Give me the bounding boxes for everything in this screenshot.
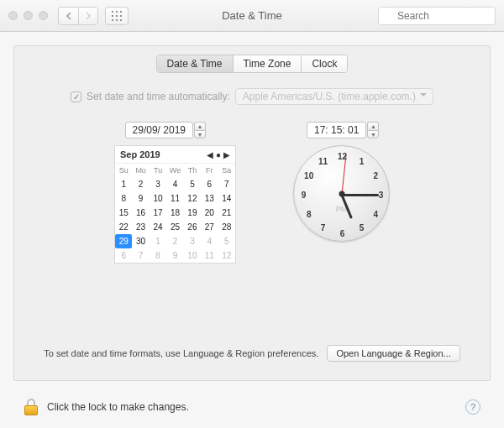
analog-clock: PM 121234567891011 xyxy=(293,145,390,242)
time-step-down[interactable]: ▼ xyxy=(367,130,379,138)
chevron-right-icon xyxy=(85,12,92,20)
calendar-day[interactable]: 1 xyxy=(150,234,166,248)
calendar-day[interactable]: 12 xyxy=(218,248,235,263)
weekday-header: Su xyxy=(115,164,132,177)
calendar-day[interactable]: 22 xyxy=(115,220,132,234)
forward-button[interactable] xyxy=(78,7,98,25)
svg-rect-0 xyxy=(112,11,113,13)
calendar-day[interactable]: 3 xyxy=(150,177,166,191)
clock-number: 12 xyxy=(338,151,347,160)
calendar-day[interactable]: 10 xyxy=(184,248,201,263)
clock-number: 5 xyxy=(360,223,365,232)
calendar-day[interactable]: 6 xyxy=(201,177,218,191)
content: Date & TimeTime ZoneClock ✓ Set date and… xyxy=(0,32,504,428)
calendar-day[interactable]: 9 xyxy=(166,248,183,263)
help-button[interactable]: ? xyxy=(465,399,480,415)
calendar-day[interactable]: 15 xyxy=(115,206,132,220)
calendar-day[interactable]: 20 xyxy=(201,206,218,220)
calendar-day[interactable]: 1 xyxy=(115,177,132,191)
zoom-dot[interactable] xyxy=(39,11,48,20)
clock-number: 9 xyxy=(302,190,307,199)
close-dot[interactable] xyxy=(8,11,18,20)
calendar-prev-icon[interactable]: ◀ xyxy=(207,150,213,159)
clock-number: 4 xyxy=(374,209,379,218)
weekday-header: Sa xyxy=(218,164,235,177)
auto-set-row: ✓ Set date and time automatically: Apple… xyxy=(14,88,490,105)
svg-rect-4 xyxy=(116,15,118,17)
open-language-region-button[interactable]: Open Language & Region... xyxy=(327,345,459,362)
auto-set-checkbox[interactable]: ✓ xyxy=(71,91,81,102)
calendar-day[interactable]: 12 xyxy=(184,191,201,206)
calendar-day[interactable]: 4 xyxy=(201,234,218,248)
date-stepper: 29/09/ 2019 ▲ ▼ xyxy=(125,122,206,138)
date-step-up[interactable]: ▲ xyxy=(194,122,206,130)
calendar-day[interactable]: 17 xyxy=(150,206,166,220)
calendar-day[interactable]: 11 xyxy=(201,248,218,263)
calendar-day[interactable]: 2 xyxy=(166,234,183,248)
calendar-day[interactable]: 6 xyxy=(115,248,132,263)
show-all-button[interactable] xyxy=(105,7,129,25)
back-button[interactable] xyxy=(58,7,78,25)
calendar-day[interactable]: 9 xyxy=(132,191,149,206)
calendar-day[interactable]: 8 xyxy=(115,191,132,206)
calendar-day[interactable]: 14 xyxy=(218,191,235,206)
weekday-header: Fr xyxy=(201,164,218,177)
clock-pivot xyxy=(339,191,344,196)
search-input[interactable] xyxy=(378,7,496,25)
clock-number: 11 xyxy=(318,156,328,165)
svg-rect-8 xyxy=(120,19,122,21)
chevron-left-icon xyxy=(66,12,72,20)
calendar-day[interactable]: 2 xyxy=(132,177,149,191)
svg-rect-1 xyxy=(116,11,118,13)
calendar-day[interactable]: 24 xyxy=(150,220,166,234)
calendar-day[interactable]: 3 xyxy=(184,234,201,248)
calendar-day[interactable]: 19 xyxy=(184,206,201,220)
weekday-header: Th xyxy=(184,164,201,177)
titlebar: Date & Time xyxy=(0,0,504,32)
tab-clock[interactable]: Clock xyxy=(302,55,347,72)
calendar-day[interactable]: 18 xyxy=(166,206,183,220)
calendar-day[interactable]: 30 xyxy=(132,234,149,248)
grid-icon xyxy=(112,11,122,21)
minimize-dot[interactable] xyxy=(24,11,33,20)
calendar[interactable]: Sep 2019 ◀ ● ▶ SuMoTuWeThFrSa12345678910… xyxy=(114,145,236,264)
calendar-today-icon[interactable]: ● xyxy=(216,150,221,159)
date-field[interactable]: 29/09/ 2019 xyxy=(125,122,193,138)
calendar-day[interactable]: 7 xyxy=(132,248,149,263)
time-server-dropdown[interactable]: Apple Americas/U.S. (time.apple.com.) xyxy=(235,88,433,105)
calendar-day[interactable]: 10 xyxy=(150,191,166,206)
calendar-day[interactable]: 21 xyxy=(218,206,235,220)
tabs-segmented: Date & TimeTime ZoneClock xyxy=(156,55,349,73)
calendar-day[interactable]: 16 xyxy=(132,206,149,220)
tab-time-zone[interactable]: Time Zone xyxy=(234,55,302,72)
tab-date-time[interactable]: Date & Time xyxy=(157,55,234,72)
weekday-header: Tu xyxy=(150,164,166,177)
calendar-day[interactable]: 27 xyxy=(201,220,218,234)
time-field[interactable]: 17: 15: 01 xyxy=(307,122,366,138)
minute-hand xyxy=(342,194,379,196)
calendar-day[interactable]: 29 xyxy=(115,234,132,248)
calendar-day[interactable]: 28 xyxy=(218,220,235,234)
clock-number: 2 xyxy=(374,170,379,180)
time-step-up[interactable]: ▲ xyxy=(367,122,379,130)
date-step-down[interactable]: ▼ xyxy=(194,130,206,138)
calendar-grid: SuMoTuWeThFrSa12345678910111213141516171… xyxy=(115,164,235,263)
weekday-header: Mo xyxy=(132,164,149,177)
calendar-day[interactable]: 23 xyxy=(132,220,149,234)
lock-icon[interactable] xyxy=(24,399,39,415)
calendar-day[interactable]: 25 xyxy=(166,220,183,234)
calendar-title: Sep 2019 xyxy=(120,149,160,159)
calendar-day[interactable]: 26 xyxy=(184,220,201,234)
calendar-day[interactable]: 11 xyxy=(166,191,183,206)
calendar-day[interactable]: 5 xyxy=(184,177,201,191)
calendar-day[interactable]: 13 xyxy=(201,191,218,206)
weekday-header: We xyxy=(166,164,183,177)
lock-text: Click the lock to make changes. xyxy=(47,401,189,413)
calendar-day[interactable]: 7 xyxy=(218,177,235,191)
clock-number: 3 xyxy=(379,190,384,199)
calendar-next-icon[interactable]: ▶ xyxy=(223,150,230,159)
preferences-panel: Date & TimeTime ZoneClock ✓ Set date and… xyxy=(13,45,491,381)
calendar-day[interactable]: 5 xyxy=(218,234,235,248)
calendar-day[interactable]: 4 xyxy=(166,177,183,191)
calendar-day[interactable]: 8 xyxy=(150,248,166,263)
